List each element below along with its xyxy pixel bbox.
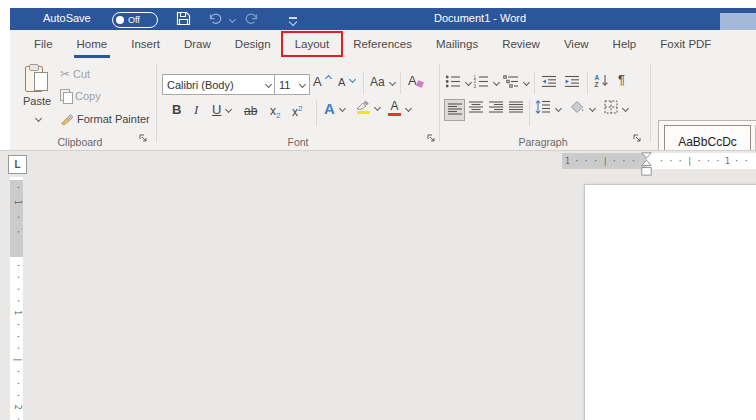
align-right-button[interactable] — [489, 101, 503, 115]
tab-view[interactable]: View — [552, 30, 601, 58]
tab-foxit-pdf[interactable]: Foxit PDF — [648, 30, 723, 58]
copy-icon — [60, 89, 72, 102]
align-center-button[interactable] — [469, 101, 483, 115]
horizontal-ruler[interactable]: 1···|··· ···|···1·· — [562, 153, 756, 169]
italic-button[interactable]: I — [194, 102, 198, 118]
vertical-ruler[interactable]: ·1·· ····1···|···2··· — [10, 177, 23, 420]
text-effects-button[interactable]: A — [324, 100, 345, 117]
ribbon: Paste ✂ Cut Copy Format Painter Clipboar… — [10, 58, 756, 150]
show-marks-button[interactable]: ¶ — [618, 72, 625, 87]
font-dialog-launcher-icon[interactable] — [426, 129, 436, 147]
word-window: AutoSave Off Document1 - Word File Home … — [0, 0, 756, 420]
text-effects-dropdown-icon — [339, 105, 346, 112]
clipboard-dialog-launcher-icon[interactable] — [138, 129, 148, 147]
numbering-button[interactable]: 123 — [473, 75, 499, 90]
line-spacing-button[interactable] — [535, 100, 561, 116]
tab-review[interactable]: Review — [490, 30, 552, 58]
quick-access-dropdown-icon[interactable] — [288, 16, 298, 26]
change-case-dropdown-icon — [389, 78, 396, 85]
bullets-button[interactable] — [445, 75, 471, 90]
copy-label: Copy — [75, 90, 101, 102]
align-center-icon — [469, 101, 483, 115]
undo-dropdown-icon[interactable] — [229, 16, 236, 23]
superscript-label: x2 — [292, 104, 302, 119]
cut-icon: ✂ — [60, 67, 70, 81]
line-spacing-dropdown-icon — [555, 104, 562, 111]
tab-home[interactable]: Home — [65, 30, 120, 58]
highlight-button[interactable] — [356, 100, 380, 114]
format-painter-button[interactable]: Format Painter — [60, 111, 150, 127]
font-name-combo[interactable]: Calibri (Body) — [162, 74, 276, 95]
justify-button[interactable] — [509, 101, 523, 115]
document-page[interactable] — [584, 184, 756, 420]
paste-dropdown-icon[interactable] — [34, 115, 41, 122]
tab-layout[interactable]: Layout — [283, 30, 342, 58]
paragraph-group: 123 AZ — [442, 58, 644, 150]
sort-button[interactable]: AZ — [594, 73, 609, 90]
small-separator — [529, 100, 530, 126]
tab-view-label: View — [564, 38, 589, 50]
bullets-dropdown-icon — [465, 79, 472, 86]
shrink-font-button[interactable]: A — [338, 76, 355, 88]
font-name-value: Calibri (Body) — [167, 79, 234, 91]
decrease-indent-button[interactable] — [541, 75, 557, 90]
ribbon-tab-row: File Home Insert Draw Design Layout Refe… — [10, 30, 756, 58]
highlight-dropdown-icon — [374, 103, 381, 110]
paragraph-dialog-launcher-icon[interactable] — [632, 129, 642, 147]
subscript-button[interactable]: x2 — [270, 104, 280, 120]
paste-button[interactable]: Paste — [16, 64, 58, 134]
increase-indent-button[interactable] — [564, 75, 580, 90]
autosave-toggle[interactable]: Off — [112, 12, 158, 28]
paste-clipboard-icon — [25, 64, 49, 92]
multilevel-list-button[interactable] — [503, 75, 529, 90]
copy-button[interactable]: Copy — [60, 89, 101, 102]
clear-formatting-button[interactable]: A — [408, 73, 423, 87]
font-size-combo[interactable]: 11 — [274, 74, 310, 95]
grow-font-arrow-icon — [325, 74, 332, 81]
tab-selector[interactable]: L — [8, 155, 27, 174]
tab-references[interactable]: References — [341, 30, 424, 58]
bold-label: B — [172, 102, 181, 117]
undo-icon[interactable] — [208, 12, 223, 30]
italic-label: I — [194, 102, 198, 118]
small-separator — [587, 72, 588, 94]
numbering-dropdown-icon — [493, 79, 500, 86]
strikethrough-button[interactable]: ab — [244, 104, 257, 118]
indent-marker[interactable] — [641, 152, 652, 183]
tab-insert[interactable]: Insert — [119, 30, 172, 58]
format-painter-label: Format Painter — [77, 113, 150, 125]
svg-text:A: A — [595, 74, 600, 81]
format-painter-icon — [60, 111, 74, 127]
tab-file[interactable]: File — [22, 30, 65, 58]
change-case-button[interactable]: Aa — [370, 75, 395, 89]
tab-design[interactable]: Design — [223, 30, 283, 58]
small-separator — [316, 100, 317, 126]
save-icon[interactable] — [176, 11, 191, 30]
font-color-button[interactable]: A — [388, 100, 411, 116]
redo-icon[interactable] — [244, 12, 259, 30]
font-color-icon: A — [388, 100, 401, 116]
underline-button[interactable]: U — [212, 102, 231, 117]
multilevel-list-dropdown-icon — [523, 79, 530, 86]
align-right-icon — [489, 101, 503, 115]
tab-insert-label: Insert — [131, 38, 160, 50]
cut-button[interactable]: ✂ Cut — [60, 67, 90, 81]
superscript-button[interactable]: x2 — [292, 104, 302, 119]
bold-button[interactable]: B — [172, 102, 181, 117]
underline-label: U — [212, 102, 221, 117]
shading-button[interactable] — [570, 100, 595, 116]
font-group-label: Font — [160, 136, 436, 148]
grow-font-button[interactable]: A — [313, 74, 331, 89]
autosave-knob — [116, 16, 124, 24]
tab-draw[interactable]: Draw — [172, 30, 223, 58]
tab-help[interactable]: Help — [601, 30, 649, 58]
underline-dropdown-icon[interactable] — [225, 106, 232, 113]
change-case-label: Aa — [370, 75, 385, 89]
autosave-label: AutoSave — [43, 12, 91, 24]
borders-icon — [604, 100, 618, 116]
font-color-dropdown-icon — [405, 104, 412, 111]
tab-mailings[interactable]: Mailings — [424, 30, 490, 58]
align-left-button[interactable] — [444, 99, 465, 121]
tab-help-label: Help — [613, 38, 637, 50]
borders-button[interactable] — [604, 100, 628, 116]
